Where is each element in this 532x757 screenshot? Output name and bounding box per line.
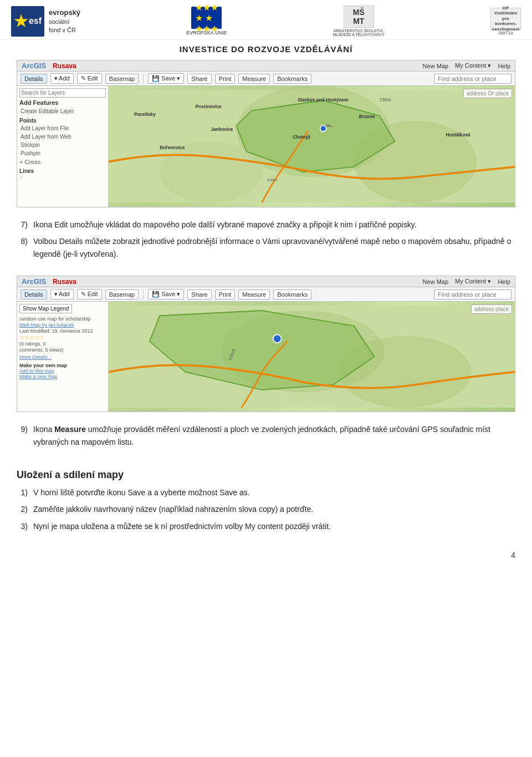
svg-text:No...: No... [326, 123, 335, 128]
make-new-map-link[interactable]: Make a new map [19, 374, 106, 379]
content-section-1: 7) Ikona Edit umožňuje vkládat do mapové… [0, 210, 532, 273]
arcgis-brand-1: ArcGIS [22, 62, 46, 70]
web-map-by-text[interactable]: Web Map by jan-kolacek [19, 322, 106, 328]
details-btn-1[interactable]: Details [21, 74, 47, 84]
ulozeni-item-2: 2) Zaměňte jakkoliv navrhovaný název (na… [17, 503, 515, 515]
map-terrain-2: A3518 [109, 302, 515, 411]
para8-num: 8) [17, 235, 28, 260]
address-search-1[interactable]: address Or place [463, 89, 512, 98]
map-svg-2: A3518 [109, 302, 515, 411]
address-search-2[interactable]: address place [471, 304, 512, 314]
ratings-text: (0 ratings, 0 [19, 341, 106, 347]
map-area-2: Show Map Legend random use map for schol… [17, 301, 515, 412]
svg-text:Hostálková: Hostálková [446, 132, 471, 138]
logo-eu: ★★★★ ★★★★ EVROPSKÁ UNIE [186, 7, 227, 35]
arcgis-toolbar-1: Details ▾ Add ✎ Edit Basemap 💾 Save ▾ Sh… [17, 71, 515, 85]
pushpin-item[interactable]: Pushpin [19, 150, 106, 157]
stickpin-item[interactable]: Stickpin [19, 141, 106, 149]
svg-text:Brusné: Brusné [359, 114, 375, 119]
screenshot-1: ArcGIS Rusava New Map My Content ▾ Help … [17, 60, 515, 207]
new-map-link-2[interactable]: New Map [423, 278, 448, 285]
print-btn-1[interactable]: Print [215, 74, 236, 84]
svg-text:Bořenovice: Bořenovice [160, 145, 185, 150]
svg-text:Prusinovice: Prusinovice [196, 104, 222, 109]
more-details-link[interactable]: More Details... [19, 354, 106, 360]
measure-btn-1[interactable]: Measure [238, 74, 270, 84]
last-modified-text: Last Modified: 19. července 2012 [19, 328, 106, 334]
logo-esf: ★ esf evropský sociální fond v ČR [11, 6, 80, 37]
basemap-btn-2[interactable]: Basemap [105, 289, 139, 299]
find-input-2[interactable] [434, 289, 511, 299]
ulozeni-item-1-text: V horní liště potvrďte ikonu Save a a vy… [33, 486, 250, 499]
svg-text:Chomýž: Chomýž [293, 134, 310, 140]
svg-text:598m: 598m [267, 177, 277, 182]
arcgis-brand-2: ArcGIS [22, 277, 46, 286]
esf-icon: ★ esf [11, 6, 44, 37]
logo-op: OP Vzděláváníprokonkuren-ceschopnost 200… [490, 8, 521, 35]
add-to-map-link[interactable]: Add to this map [19, 368, 106, 374]
map-left-panel-1: Add Features Create Editable Layer Point… [17, 86, 109, 207]
para7-text: Ikona Edit umožňuje vkládat do mapového … [33, 219, 417, 231]
ulozeni-item-3-text: Nyní je mapa uložena a můžete se k ní pr… [33, 520, 331, 532]
print-btn-2[interactable]: Print [215, 289, 236, 299]
paragraph-7: 7) Ikona Edit umožňuje vkládat do mapové… [17, 219, 515, 231]
svg-text:735m: 735m [380, 97, 391, 103]
paragraph-9: 9) Ikona Measure umožňuje provádět měřen… [17, 423, 515, 448]
section-ulozeni-heading: Uložení a sdílení mapy [17, 469, 515, 481]
show-legend-btn[interactable]: Show Map Legend [19, 304, 72, 313]
edit-btn-1[interactable]: ✎ Edit [77, 73, 102, 84]
measure-word: Measure [54, 425, 86, 434]
my-content-link-2[interactable]: My Content ▾ [455, 278, 491, 285]
eu-stars-icon: ★★★★ ★★★★ [191, 7, 222, 29]
bookmarks-btn-1[interactable]: Bookmarks [273, 74, 311, 84]
para7-num: 7) [17, 219, 28, 231]
header-logos: ★ esf evropský sociální fond v ČR ★★★★ ★… [0, 0, 532, 40]
help-link-2[interactable]: Help [498, 278, 510, 285]
find-input-1[interactable] [434, 74, 511, 84]
para9-text: Ikona Measure umožňuje provádět měření v… [33, 423, 515, 448]
my-content-link-1[interactable]: My Content ▾ [455, 62, 491, 69]
screenshot-2: ArcGIS Rusava New Map My Content ▾ Help … [17, 276, 515, 412]
map2-left-panel: Show Map Legend random use map for schol… [17, 302, 109, 411]
edit-btn-2[interactable]: ✎ Edit [77, 289, 102, 299]
add-btn-2[interactable]: ▾ Add [50, 289, 74, 299]
search-layers-input-1[interactable] [19, 88, 106, 98]
measure-btn-2[interactable]: Measure [238, 289, 270, 299]
ulozeni-item-3: 3) Nyní je mapa uložena a můžete se k ní… [17, 520, 515, 532]
help-link-1[interactable]: Help [498, 63, 510, 69]
map-name-2: Rusava [53, 278, 76, 286]
msmt-icon: MŠMT [344, 6, 374, 28]
lines-section: Lines [19, 168, 106, 174]
save-btn-2[interactable]: 💾 Save ▾ [148, 289, 184, 299]
basemap-btn-1[interactable]: Basemap [105, 74, 139, 84]
new-map-link-1[interactable]: New Map [423, 63, 448, 69]
svg-point-21 [273, 335, 282, 343]
ratings-stars: ☆☆☆☆☆ [19, 334, 106, 341]
arcgis-bar-2: ArcGIS Rusava New Map My Content ▾ Help [17, 276, 515, 287]
op-icon: OP Vzděláváníprokonkuren-ceschopnost [490, 8, 521, 30]
ulozeni-content: 1) V horní liště potvrďte ikonu Save a a… [0, 486, 532, 545]
map-area-1: Add Features Create Editable Layer Point… [17, 85, 515, 207]
page-number: 4 [0, 545, 532, 565]
add-layer-web-item[interactable]: Add Layer from Web [19, 133, 106, 140]
share-btn-1[interactable]: Share [187, 74, 211, 84]
logo-msmt: MŠMT MINISTERSTVO ŠKOLSTVÍ,MLÁDEŽE A TĚL… [333, 6, 385, 37]
para9-num: 9) [17, 423, 28, 448]
comments-text: comments, 5 views) [19, 347, 106, 353]
paragraph-8: 8) Volbou Details můžete zobrazit jednot… [17, 235, 515, 260]
svg-text:Slavkov pod Hostýnem: Slavkov pod Hostýnem [298, 97, 348, 103]
arcgis-bar-1: ArcGIS Rusava New Map My Content ▾ Help [17, 60, 515, 71]
add-btn-1[interactable]: ▾ Add [50, 73, 74, 84]
details-btn-2[interactable]: Details [21, 289, 47, 299]
ulozeni-item-2-num: 2) [17, 503, 28, 515]
svg-text:Pacetluky: Pacetluky [134, 111, 156, 117]
bookmarks-btn-2[interactable]: Bookmarks [273, 289, 311, 299]
save-btn-1[interactable]: 💾 Save ▾ [148, 73, 184, 84]
svg-text:Jankovice: Jankovice [211, 126, 233, 132]
create-layer-item[interactable]: Create Editable Layer [19, 108, 106, 115]
content-section-2: 9) Ikona Measure umožňuje provádět měřen… [0, 415, 532, 461]
add-features-title: Add Features [19, 99, 106, 106]
ulozeni-item-3-num: 3) [17, 520, 28, 532]
share-btn-2[interactable]: Share [187, 289, 211, 299]
add-layer-file-item[interactable]: Add Layer from File [19, 125, 106, 132]
